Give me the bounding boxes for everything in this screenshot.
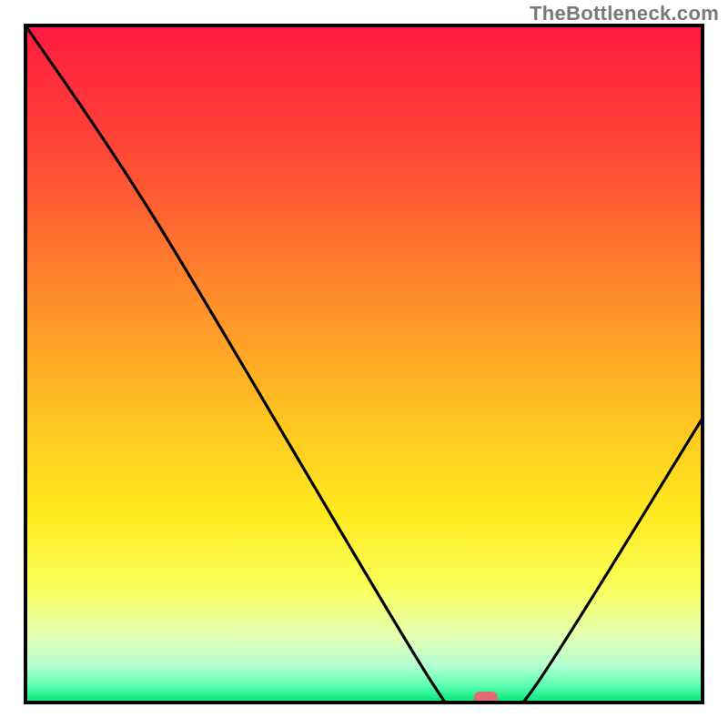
bottleneck-chart bbox=[0, 0, 728, 728]
gradient-background bbox=[25, 25, 703, 703]
chart-stage: TheBottleneck.com bbox=[0, 0, 728, 728]
